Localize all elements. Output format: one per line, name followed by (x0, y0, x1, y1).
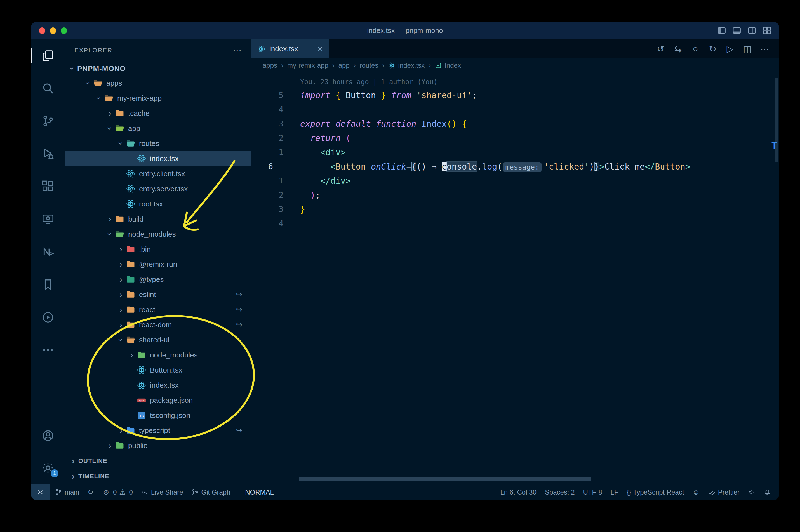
toggle-panel-button[interactable] (732, 26, 742, 35)
activity-nx-console[interactable] (31, 235, 64, 268)
tree-item-apps[interactable]: ›apps (65, 76, 251, 91)
chevron-collapsed-icon[interactable]: › (105, 109, 115, 117)
toggle-sidebar-button[interactable] (717, 26, 726, 35)
status-prettier[interactable]: Prettier (704, 484, 744, 500)
status-broadcast[interactable] (744, 484, 759, 500)
close-button[interactable] (39, 27, 45, 34)
section-timeline[interactable]: ›TIMELINE (65, 469, 251, 484)
activity-more-actions[interactable] (31, 334, 64, 366)
tree-root-pnpm-mono[interactable]: › PNPM-MONO (65, 61, 251, 76)
status-git-branch[interactable]: main (51, 484, 83, 500)
tree-item-eslint[interactable]: ›eslint↪ (65, 287, 251, 302)
tree-item-@types[interactable]: ›@types (65, 272, 251, 287)
zoom-button[interactable] (61, 27, 67, 34)
status-feedback[interactable]: ☺ (688, 484, 704, 500)
sync-file-icon[interactable]: ↻ (706, 44, 720, 54)
tree-item-routes[interactable]: ›routes (65, 136, 251, 151)
compare-changes-icon[interactable]: ⇆ (671, 44, 685, 54)
line-number[interactable]: 2 (251, 133, 300, 142)
chevron-expanded-icon[interactable]: › (106, 229, 114, 239)
titlebar[interactable]: index.tsx — pnpm-mono (31, 22, 779, 39)
tree-item-react[interactable]: ›react↪ (65, 302, 251, 317)
toggle-secondary-sidebar-button[interactable] (747, 26, 757, 35)
tree-item-my-remix-app[interactable]: ›my-remix-app (65, 91, 251, 106)
tree-item-node_modules[interactable]: ›node_modules (65, 227, 251, 242)
run-file-icon[interactable]: ▷ (723, 44, 737, 54)
chevron-expanded-icon[interactable]: › (117, 335, 125, 345)
minimize-button[interactable] (50, 27, 56, 34)
status-indentation[interactable]: Spaces: 2 (541, 484, 579, 500)
more-actions-icon[interactable]: ⋯ (758, 44, 772, 54)
activity-settings[interactable]: 1 (31, 452, 64, 484)
tab-index.tsx[interactable]: index.tsx× (251, 39, 329, 58)
tree-item-index.tsx[interactable]: index.tsx (65, 151, 251, 166)
status-notifications[interactable] (759, 484, 775, 500)
activity-code-runner[interactable] (31, 301, 64, 334)
chevron-collapsed-icon[interactable]: › (116, 245, 126, 253)
chevron-expanded-icon[interactable]: › (68, 63, 76, 74)
chevron-expanded-icon[interactable]: › (106, 124, 114, 133)
tree-item-entry.server.tsx[interactable]: entry.server.tsx (65, 181, 251, 196)
activity-explorer[interactable] (31, 39, 64, 72)
section-outline[interactable]: ›OUTLINE (65, 453, 251, 469)
tree-item-root.tsx[interactable]: root.tsx (65, 196, 251, 211)
status-vim-mode[interactable]: -- NORMAL -- (235, 484, 284, 500)
breadcrumb-apps[interactable]: apps (263, 61, 277, 69)
line-number[interactable]: 3 (251, 205, 300, 214)
tree-item-react-dom[interactable]: ›react-dom↪ (65, 317, 251, 332)
tree-item-typescript[interactable]: ›typescript↪ (65, 423, 251, 438)
customize-layout-button[interactable] (762, 26, 772, 35)
status-language-mode[interactable]: {} TypeScript React (623, 484, 688, 500)
chevron-collapsed-icon[interactable]: › (116, 305, 126, 314)
activity-extensions[interactable] (31, 170, 64, 203)
status-cursor-position[interactable]: Ln 6, Col 30 (496, 484, 540, 500)
chevron-collapsed-icon[interactable]: › (116, 260, 126, 268)
status-live-share[interactable]: Live Share (137, 484, 187, 500)
tree-item-shared-ui[interactable]: ›shared-ui (65, 332, 251, 347)
line-number[interactable]: 1 (251, 176, 300, 186)
chevron-collapsed-icon[interactable]: › (105, 215, 115, 223)
tree-item-Button.tsx[interactable]: Button.tsx (65, 362, 251, 378)
line-number[interactable]: 1 (251, 148, 300, 157)
chevron-collapsed-icon[interactable]: › (105, 441, 115, 450)
activity-bookmarks[interactable] (31, 268, 64, 301)
chevron-collapsed-icon[interactable]: › (116, 290, 126, 299)
status-eol[interactable]: LF (606, 484, 623, 500)
status-problems[interactable]: ⊘0⚠0 (99, 484, 137, 500)
tree-item-@remix-run[interactable]: ›@remix-run (65, 257, 251, 272)
line-number[interactable]: 3 (251, 119, 300, 128)
timeline-icon[interactable]: ↺ (654, 44, 668, 54)
code-editor[interactable]: You, 23 hours ago | 1 author (You)5impor… (251, 73, 779, 484)
chevron-collapsed-icon[interactable]: › (127, 351, 137, 359)
breadcrumb-Index[interactable]: Index (435, 61, 461, 69)
tree-item-entry.client.tsx[interactable]: entry.client.tsx (65, 166, 251, 181)
explorer-more-actions-icon[interactable]: ⋯ (233, 45, 242, 56)
line-number[interactable]: 4 (251, 219, 300, 228)
line-number[interactable]: 2 (251, 190, 300, 200)
tree-item-node_modules[interactable]: ›node_modules (65, 347, 251, 362)
chevron-collapsed-icon[interactable]: › (116, 321, 126, 329)
split-editor-icon[interactable]: ◫ (740, 44, 755, 54)
tree-item-index.tsx[interactable]: index.tsx (65, 378, 251, 393)
breadcrumb-index.tsx[interactable]: index.tsx (388, 61, 425, 69)
activity-source-control[interactable] (31, 104, 64, 137)
horizontal-scrollbar[interactable] (299, 477, 591, 481)
status-encoding[interactable]: UTF-8 (579, 484, 606, 500)
tree-item-.bin[interactable]: ›.bin (65, 242, 251, 257)
chevron-collapsed-icon[interactable]: › (116, 426, 126, 435)
tree-item-build[interactable]: ›build (65, 211, 251, 227)
git-blame-annotation[interactable]: You, 23 hours ago | 1 author (You) (251, 76, 779, 88)
tree-item-tsconfig.json[interactable]: TStsconfig.json (65, 408, 251, 423)
tree-item-app[interactable]: ›app (65, 121, 251, 136)
chevron-expanded-icon[interactable]: › (117, 138, 125, 149)
tree-item-package.json[interactable]: npmpackage.json (65, 393, 251, 408)
breadcrumb-app[interactable]: app (339, 61, 350, 69)
status-remote-indicator[interactable] (31, 484, 50, 500)
status-git-graph[interactable]: Git Graph (187, 484, 235, 500)
chevron-expanded-icon[interactable]: › (84, 78, 92, 88)
activity-search[interactable] (31, 72, 64, 104)
activity-accounts[interactable] (31, 420, 64, 452)
tab-close-button[interactable]: × (318, 44, 323, 54)
activity-run-debug[interactable] (31, 137, 64, 170)
line-number[interactable]: 6 (251, 162, 300, 171)
